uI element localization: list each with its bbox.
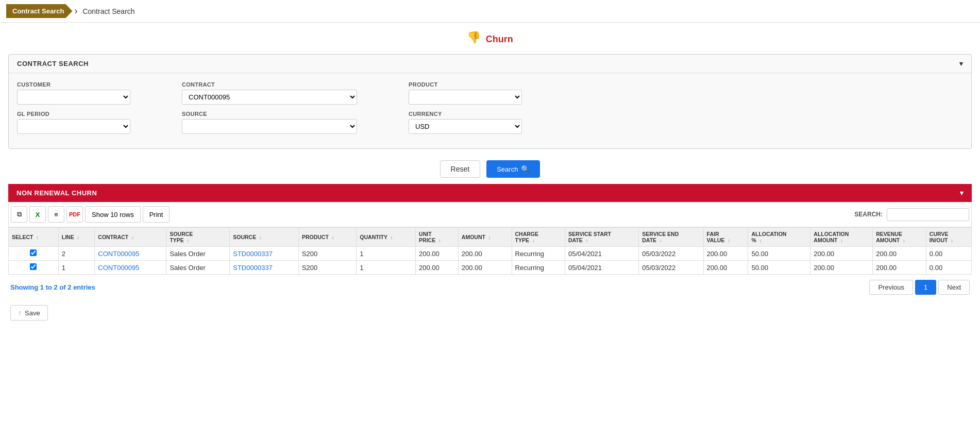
product-label: PRODUCT — [409, 81, 522, 88]
row-contract[interactable]: CONT000095 — [95, 261, 166, 275]
search-label: SEARCH: — [854, 211, 883, 218]
save-button[interactable]: ↑ Save — [10, 305, 48, 321]
row-line: 2 — [58, 247, 95, 261]
page-1-button[interactable]: 1 — [915, 280, 936, 295]
save-row: ↑ Save — [8, 300, 972, 329]
gl-period-select[interactable] — [17, 119, 130, 134]
results-collapse-icon: ▾ — [960, 189, 964, 197]
row-source-type: Sales Order — [166, 261, 230, 275]
col-allocation-pct: ALLOCATION% ↕ — [748, 228, 810, 247]
row-unit-price: 200.00 — [416, 261, 459, 275]
print-button[interactable]: Print — [143, 206, 170, 223]
breadcrumb-current: Contract Search — [82, 7, 134, 15]
row-product: S200 — [298, 261, 356, 275]
row-service-start: 05/04/2021 — [565, 247, 638, 261]
col-amount: AMOUNT ↕ — [458, 228, 512, 247]
row-unit-price: 200.00 — [416, 247, 459, 261]
copy-button[interactable]: ⧉ — [11, 206, 27, 223]
page-header: 👎 Churn — [0, 23, 980, 49]
results-header[interactable]: NON RENEWAL CHURN ▾ — [8, 184, 972, 202]
search-panel: CONTRACT SEARCH ▾ CUSTOMER CONTRACT CONT… — [8, 54, 972, 149]
search-icon: 🔍 — [521, 165, 530, 173]
row-select[interactable] — [9, 261, 59, 275]
show-rows-button[interactable]: Show 10 rows — [85, 206, 141, 223]
page-title: Churn — [486, 34, 513, 44]
gl-period-label: GL PERIOD — [17, 111, 130, 117]
row-source-type: Sales Order — [166, 247, 230, 261]
row-source[interactable]: STD0000337 — [230, 247, 299, 261]
row-curve-in-out: 0.00 — [926, 261, 971, 275]
breadcrumb-active[interactable]: Contract Search — [6, 4, 72, 18]
copy-icon: ⧉ — [17, 210, 22, 218]
breadcrumb-arrow: › — [74, 6, 77, 16]
row-revenue-amount: 200.00 — [873, 261, 926, 275]
row-contract[interactable]: CONT000095 — [95, 247, 166, 261]
excel-button[interactable]: X — [29, 206, 46, 223]
search-panel-title: CONTRACT SEARCH — [17, 60, 89, 68]
previous-button[interactable]: Previous — [869, 280, 913, 295]
action-row: Reset Search 🔍 — [0, 154, 980, 184]
toolbar-right: SEARCH: — [854, 208, 969, 221]
row-source[interactable]: STD0000337 — [230, 261, 299, 275]
row-service-end: 05/03/2022 — [639, 247, 703, 261]
product-select[interactable] — [409, 90, 522, 105]
search-button-label: Search — [497, 165, 518, 173]
col-source-type: SOURCETYPE ↕ — [166, 228, 230, 247]
col-unit-price: UNITPRICE ↕ — [416, 228, 459, 247]
excel-icon: X — [36, 211, 40, 218]
row-curve-in-out: 0.00 — [926, 247, 971, 261]
collapse-icon: ▾ — [959, 60, 964, 68]
row-quantity: 1 — [357, 261, 416, 275]
contract-label: CONTRACT — [182, 81, 357, 88]
results-section: NON RENEWAL CHURN ▾ ⧉ X ≡ PDF Show 10 ro… — [8, 184, 972, 329]
search-button[interactable]: Search 🔍 — [486, 160, 540, 178]
pagination-row: Showing 1 to 2 of 2 entries Previous 1 N… — [8, 275, 972, 300]
next-button[interactable]: Next — [938, 280, 970, 295]
col-curve-in-out: CURVEIN/OUT ↕ — [926, 228, 971, 247]
csv-button[interactable]: ≡ — [48, 206, 64, 223]
col-select: SELECT ↕ — [9, 228, 59, 247]
col-source: SOURCE ↕ — [230, 228, 299, 247]
source-label: SOURCE — [182, 111, 357, 117]
search-panel-body: CUSTOMER CONTRACT CONT000095 PRODUCT G — [9, 73, 971, 148]
data-table: SELECT ↕ LINE ↕ CONTRACT ↕ SOURCETYPE ↕ … — [8, 227, 972, 275]
col-contract: CONTRACT ↕ — [95, 228, 166, 247]
save-icon: ↑ — [18, 309, 22, 317]
search-panel-header[interactable]: CONTRACT SEARCH ▾ — [9, 55, 971, 73]
col-line: LINE ↕ — [58, 228, 95, 247]
reset-button[interactable]: Reset — [440, 160, 481, 178]
breadcrumb: Contract Search › Contract Search — [0, 0, 980, 23]
row-service-start: 05/04/2021 — [565, 261, 638, 275]
customer-label: CUSTOMER — [17, 81, 130, 88]
toolbar-left: ⧉ X ≡ PDF Show 10 rows Print — [11, 206, 170, 223]
row-amount: 200.00 — [458, 261, 512, 275]
pagination-buttons: Previous 1 Next — [869, 280, 970, 295]
row-amount: 200.00 — [458, 247, 512, 261]
results-title: NON RENEWAL CHURN — [16, 189, 97, 197]
col-service-end: SERVICE ENDDATE ↕ — [639, 228, 703, 247]
currency-select[interactable]: USD — [409, 119, 522, 134]
contract-select[interactable]: CONT000095 — [182, 90, 357, 105]
row-charge-type: Recurring — [512, 247, 565, 261]
col-allocation-amount: ALLOCATIONAMOUNT ↕ — [810, 228, 873, 247]
churn-icon: 👎 — [467, 31, 481, 44]
col-fair-value: FAIRVALUE ↕ — [703, 228, 748, 247]
col-service-start: SERVICE STARTDATE ↕ — [565, 228, 638, 247]
row-select[interactable] — [9, 247, 59, 261]
row-revenue-amount: 200.00 — [873, 247, 926, 261]
table-search-input[interactable] — [887, 208, 969, 221]
row-allocation-pct: 50.00 — [748, 247, 810, 261]
currency-label: CURRENCY — [409, 111, 522, 117]
col-product: PRODUCT ↕ — [298, 228, 356, 247]
table-toolbar: ⧉ X ≡ PDF Show 10 rows Print SEARCH: — [8, 202, 972, 227]
pdf-button[interactable]: PDF — [66, 206, 83, 223]
row-fair-value: 200.00 — [703, 247, 748, 261]
customer-select[interactable] — [17, 90, 130, 105]
row-line: 1 — [58, 261, 95, 275]
source-select[interactable] — [182, 119, 357, 134]
row-product: S200 — [298, 247, 356, 261]
row-quantity: 1 — [357, 247, 416, 261]
row-charge-type: Recurring — [512, 261, 565, 275]
row-fair-value: 200.00 — [703, 261, 748, 275]
row-allocation-amount: 200.00 — [810, 247, 873, 261]
